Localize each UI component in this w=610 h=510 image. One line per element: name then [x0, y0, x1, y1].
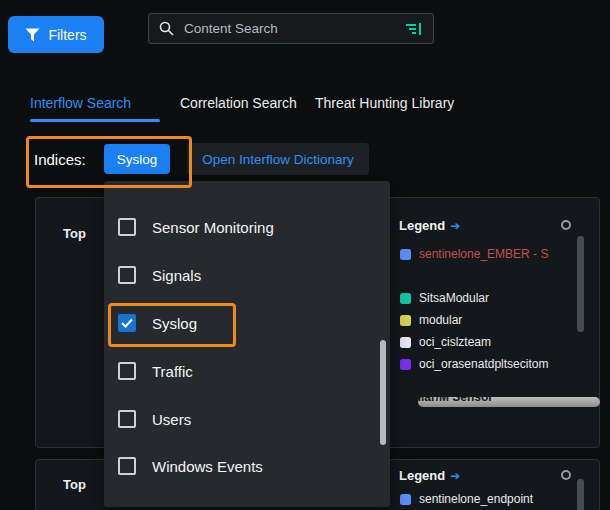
legend-swatch	[400, 337, 411, 348]
legend-title-2: Legend ➔	[399, 468, 460, 483]
legend-label: oci_orasenatdpltsecitom	[419, 357, 548, 371]
legend-label: oci_cislzteam	[419, 335, 491, 349]
app-window: Top Top Legend ➔ sentinelone_EMBER - S S…	[0, 0, 610, 510]
indices-selected-button[interactable]: Syslog	[104, 144, 170, 174]
dropdown-item-label: Windows Events	[152, 458, 263, 475]
legend-title-1: Legend ➔	[399, 218, 460, 233]
content-search-input[interactable]	[182, 20, 395, 37]
legend-swatch	[400, 249, 411, 260]
dropdown-item-signals[interactable]: Signals	[104, 251, 390, 299]
checkbox[interactable]	[118, 314, 136, 332]
circle-icon[interactable]	[561, 470, 571, 480]
advanced-search-icon[interactable]	[403, 22, 423, 36]
legend-item[interactable]: sentinelone_EMBER - S	[400, 247, 548, 261]
legend-swatch	[400, 293, 411, 304]
dropdown-item-traffic[interactable]: Traffic	[104, 347, 390, 395]
legend-item[interactable]: sentinelone_endpoint	[400, 492, 533, 506]
legend-title-text: Legend	[399, 468, 445, 483]
top-label-2: Top	[63, 477, 86, 492]
legend-scrollbar-2[interactable]	[577, 479, 584, 510]
legend-arrow-icon[interactable]: ➔	[450, 219, 460, 233]
dropdown-item-sensor-monitoring[interactable]: Sensor Monitoring	[104, 203, 390, 251]
legend-item[interactable]: oci_orasenatdpltsecitom	[400, 357, 548, 371]
filters-button[interactable]: Filters	[8, 16, 104, 53]
legend-scrollbar-1[interactable]	[577, 236, 584, 332]
dropdown-item-label: Sensor Monitoring	[152, 219, 274, 236]
legend-arrow-icon[interactable]: ➔	[450, 469, 460, 483]
checkbox[interactable]	[118, 266, 136, 284]
legend-title-text: Legend	[399, 218, 445, 233]
legend-item[interactable]: SitsaModular	[400, 291, 489, 305]
open-interflow-dictionary-button[interactable]: Open Interflow Dictionary	[187, 143, 369, 175]
legend-label: SitsaModular	[419, 291, 489, 305]
legend-swatch	[400, 315, 411, 326]
dropdown-item-label: Syslog	[152, 315, 197, 332]
legend-label: sentinelone_EMBER - S	[419, 247, 548, 261]
legend-label: sentinelone_endpoint	[419, 492, 533, 506]
dropdown-item-windows-events[interactable]: Windows Events	[104, 442, 390, 490]
dropdown-item-syslog[interactable]: Syslog	[104, 299, 390, 347]
checkbox[interactable]	[118, 218, 136, 236]
dropdown-item-label: Signals	[152, 267, 201, 284]
indices-dropdown: Sensor Monitoring Signals Syslog Traffic…	[104, 181, 390, 507]
legend-label: modular	[419, 313, 462, 327]
content-search-box	[148, 13, 434, 44]
checkbox[interactable]	[118, 362, 136, 380]
funnel-icon	[25, 28, 40, 42]
tab-threat-hunting-library[interactable]: Threat Hunting Library	[315, 95, 454, 111]
dropdown-item-label: Traffic	[152, 363, 193, 380]
legend-swatch	[400, 359, 411, 370]
checkbox[interactable]	[118, 457, 136, 475]
tab-interflow-search[interactable]: Interflow Search	[30, 95, 131, 111]
search-icon	[159, 21, 174, 36]
circle-icon[interactable]	[561, 220, 571, 230]
filters-button-label: Filters	[48, 27, 86, 43]
dropdown-item-label: Users	[152, 411, 191, 428]
active-tab-underline	[30, 119, 160, 122]
tab-correlation-search[interactable]: Correlation Search	[180, 95, 297, 111]
legend-item[interactable]: modular	[400, 313, 462, 327]
dropdown-scrollbar[interactable]	[380, 340, 386, 445]
dropdown-item-users[interactable]: Users	[104, 395, 390, 443]
top-label-1: Top	[63, 226, 86, 241]
indices-label: Indices:	[34, 151, 86, 168]
legend-swatch	[400, 494, 411, 505]
chart-bar-label: Stellar/M Sensor	[399, 390, 493, 404]
legend-item[interactable]: oci_cislzteam	[400, 335, 491, 349]
checkbox[interactable]	[118, 410, 136, 428]
